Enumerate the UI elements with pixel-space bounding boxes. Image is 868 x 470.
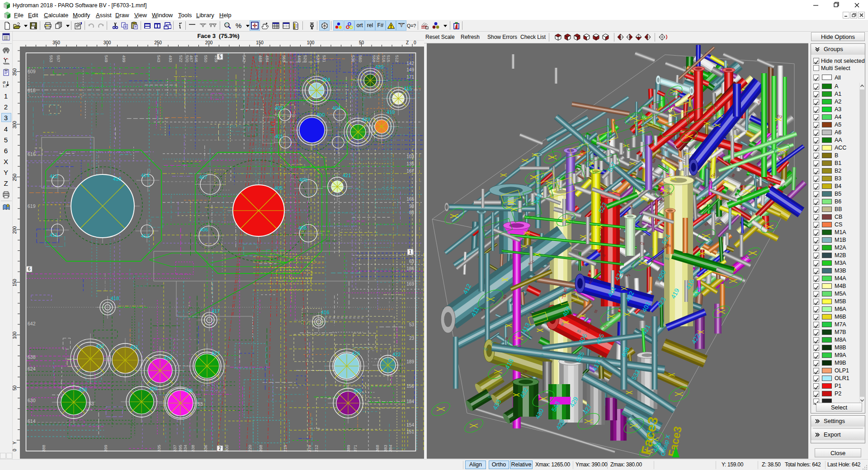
svg-text:467: 467 xyxy=(189,55,194,62)
svg-text:6: 6 xyxy=(28,267,31,272)
svg-text:Q=?: Q=? xyxy=(407,23,416,28)
svg-text:150: 150 xyxy=(256,41,264,45)
svg-text:415: 415 xyxy=(404,86,412,91)
svg-text:431: 431 xyxy=(130,344,138,350)
svg-text:424: 424 xyxy=(322,77,330,82)
svg-text:189: 189 xyxy=(406,359,414,364)
svg-text:543: 543 xyxy=(156,55,161,62)
svg-text:419: 419 xyxy=(387,109,395,115)
svg-text:418: 418 xyxy=(111,296,119,301)
svg-text:624: 624 xyxy=(28,366,36,371)
svg-text:167: 167 xyxy=(406,169,414,174)
svg-text:1.1: 1.1 xyxy=(3,85,7,88)
svg-text:561: 561 xyxy=(376,55,381,62)
svg-text:429: 429 xyxy=(164,355,172,361)
svg-text:468: 468 xyxy=(258,55,263,62)
svg-text:522: 522 xyxy=(179,55,184,62)
svg-text:63: 63 xyxy=(409,259,415,264)
svg-text:Ø: Ø xyxy=(3,80,5,85)
svg-text:493: 493 xyxy=(168,55,173,62)
svg-text:169: 169 xyxy=(406,282,414,287)
svg-text:0: 0 xyxy=(414,41,416,45)
svg-text:428: 428 xyxy=(184,388,193,393)
svg-text:560: 560 xyxy=(358,55,363,62)
svg-text:433: 433 xyxy=(79,387,87,392)
svg-text:642: 642 xyxy=(28,321,36,326)
svg-text:Z: Z xyxy=(406,41,409,45)
svg-text:151: 151 xyxy=(406,429,414,434)
svg-text:404: 404 xyxy=(332,105,340,111)
svg-text:402: 402 xyxy=(275,105,283,111)
svg-text:200: 200 xyxy=(205,41,213,45)
svg-text:542: 542 xyxy=(242,55,247,62)
svg-text:300: 300 xyxy=(13,121,17,128)
svg-text:250: 250 xyxy=(154,41,162,45)
svg-text:618: 618 xyxy=(28,88,36,93)
svg-text:516: 516 xyxy=(382,55,387,62)
svg-text:2: 2 xyxy=(219,446,222,451)
svg-text:136: 136 xyxy=(406,161,414,166)
svg-text:413: 413 xyxy=(141,233,149,239)
svg-text:23: 23 xyxy=(409,336,415,341)
svg-text:563: 563 xyxy=(282,55,287,62)
svg-text:515: 515 xyxy=(386,55,391,62)
svg-text:53: 53 xyxy=(89,401,94,406)
svg-text:422: 422 xyxy=(392,352,401,357)
svg-text:557: 557 xyxy=(56,55,61,62)
svg-text:171: 171 xyxy=(406,75,414,80)
svg-text:Y: Y xyxy=(13,441,17,444)
svg-text:430: 430 xyxy=(149,386,157,391)
svg-text:0: 0 xyxy=(13,449,17,451)
svg-text:549: 549 xyxy=(104,55,109,62)
svg-text:300: 300 xyxy=(104,41,111,45)
svg-text:410: 410 xyxy=(113,176,121,182)
svg-text:412: 412 xyxy=(50,174,58,179)
svg-text:536: 536 xyxy=(351,55,356,62)
svg-text:150: 150 xyxy=(13,279,17,287)
svg-text:350: 350 xyxy=(13,68,17,76)
svg-text:88: 88 xyxy=(409,210,415,215)
svg-text:630: 630 xyxy=(28,398,36,403)
svg-text:"D in": "D in" xyxy=(269,119,277,136)
svg-text:400: 400 xyxy=(316,112,325,118)
svg-text:401: 401 xyxy=(275,134,283,139)
svg-text:407: 407 xyxy=(199,174,207,180)
svg-text:425: 425 xyxy=(354,388,362,393)
svg-text:405: 405 xyxy=(274,185,283,191)
svg-text:638: 638 xyxy=(28,354,36,360)
svg-text:%: % xyxy=(236,22,241,29)
svg-text:417: 417 xyxy=(212,308,220,314)
svg-text:531: 531 xyxy=(322,55,327,62)
svg-text:616: 616 xyxy=(28,151,36,157)
svg-text:499: 499 xyxy=(122,55,127,62)
svg-text:432: 432 xyxy=(96,343,104,349)
svg-text:423: 423 xyxy=(362,117,370,122)
svg-text:1: 1 xyxy=(409,249,412,254)
svg-text:5: 5 xyxy=(219,54,222,59)
svg-text:537: 537 xyxy=(316,55,321,62)
svg-text:409: 409 xyxy=(299,177,307,183)
svg-text:550: 550 xyxy=(203,55,208,62)
svg-text:350: 350 xyxy=(52,41,60,45)
svg-text:619: 619 xyxy=(28,203,36,209)
svg-text:103: 103 xyxy=(406,154,414,159)
svg-text:609: 609 xyxy=(28,69,36,74)
svg-text:614: 614 xyxy=(28,418,36,424)
svg-text:546: 546 xyxy=(194,55,199,62)
svg-text:408: 408 xyxy=(298,225,307,230)
svg-text:98: 98 xyxy=(409,204,415,209)
svg-text:53: 53 xyxy=(409,322,415,327)
svg-text:427: 427 xyxy=(212,351,220,356)
svg-text:154: 154 xyxy=(406,423,414,428)
svg-text:520: 520 xyxy=(303,55,308,62)
svg-text:184: 184 xyxy=(406,399,414,404)
svg-text:50: 50 xyxy=(359,41,364,45)
svg-text:512: 512 xyxy=(395,55,400,62)
svg-text:156: 156 xyxy=(406,384,414,389)
svg-text:406: 406 xyxy=(200,227,208,232)
svg-text:484: 484 xyxy=(265,55,270,62)
svg-text:411: 411 xyxy=(50,232,58,238)
svg-text:416: 416 xyxy=(321,310,329,315)
svg-text:414: 414 xyxy=(141,173,149,178)
svg-text:420: 420 xyxy=(375,64,383,70)
